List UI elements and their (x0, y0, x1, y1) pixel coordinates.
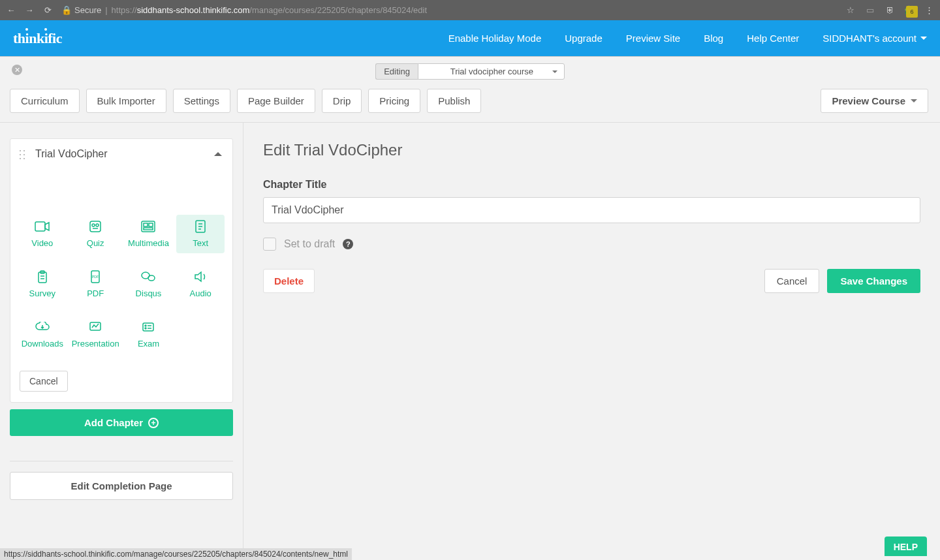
cancel-button[interactable]: Cancel (764, 269, 820, 293)
editing-label: Editing (375, 63, 418, 80)
svg-point-17 (145, 325, 146, 326)
chevron-down-icon (920, 37, 927, 40)
menu-icon[interactable]: ⋮ (923, 5, 935, 16)
url-scheme: https:// (112, 5, 137, 15)
info-icon[interactable]: ? (343, 239, 353, 249)
chevron-down-icon (911, 99, 917, 102)
forward-icon[interactable]: → (24, 5, 35, 16)
chapter-title: Trial VdoCipher (35, 148, 214, 160)
draft-label: Set to draft (284, 238, 335, 250)
quiz-icon (87, 220, 103, 233)
tab-settings[interactable]: Settings (173, 89, 230, 113)
presentation-icon (87, 320, 103, 334)
survey-icon (35, 270, 50, 283)
svg-point-14 (148, 275, 155, 281)
svg-rect-0 (35, 222, 45, 231)
page-body: ✕ Editing Trial vdocipher course Curricu… (0, 56, 940, 560)
lesson-type-grid: Video Quiz Multimedia Text (10, 169, 232, 360)
close-icon[interactable]: ✕ (12, 65, 22, 75)
type-pdf[interactable]: PDF PDF (70, 265, 121, 303)
nav-upgrade[interactable]: Upgrade (565, 33, 603, 44)
audio-icon (193, 270, 208, 283)
tab-curriculum[interactable]: Curriculum (10, 89, 80, 113)
url-path: /manage/courses/225205/chapters/845024/e… (249, 5, 427, 15)
top-navbar: thinkific Enable Holiday Mode Upgrade Pr… (0, 20, 940, 56)
svg-point-18 (145, 328, 146, 329)
type-exam[interactable]: Exam (125, 315, 173, 354)
star-icon[interactable]: ☆ (845, 5, 856, 16)
nav-holiday-mode[interactable]: Enable Holiday Mode (448, 33, 542, 44)
multimedia-icon (140, 220, 156, 233)
chapter-panel: Trial VdoCipher Video Quiz Multimedia (10, 138, 233, 403)
edit-completion-page-button[interactable]: Edit Completion Page (10, 472, 233, 500)
status-bar: https://siddhants-school.thinkific.com/m… (0, 548, 352, 560)
type-multimedia[interactable]: Multimedia (125, 215, 173, 253)
back-icon[interactable]: ← (5, 5, 17, 16)
url-bar[interactable]: 🔒 Secure | https://siddhants-school.thin… (59, 5, 839, 15)
type-video[interactable]: Video (18, 215, 67, 253)
svg-rect-1 (90, 221, 101, 232)
video-icon (35, 220, 50, 233)
course-select[interactable]: Trial vdocipher course (418, 63, 565, 80)
delete-button[interactable]: Delete (263, 269, 315, 293)
lock-icon: 🔒 (61, 5, 72, 15)
type-downloads[interactable]: Downloads (18, 315, 67, 354)
save-changes-button[interactable]: Save Changes (827, 269, 920, 293)
chapter-title-input[interactable] (263, 197, 920, 223)
url-host: siddhants-school.thinkific.com (137, 5, 250, 15)
secure-label: Secure (74, 5, 101, 15)
svg-point-3 (96, 224, 99, 226)
add-chapter-button[interactable]: Add Chapter + (10, 409, 233, 436)
draft-checkbox[interactable] (263, 238, 276, 251)
course-tabs: Curriculum Bulk Importer Settings Page B… (0, 80, 940, 113)
browser-chrome: ← → ⟳ 🔒 Secure | https://siddhants-schoo… (0, 0, 940, 20)
main-content: Edit Trial VdoCipher Chapter Title Set t… (243, 123, 940, 560)
cast-icon[interactable]: ▭ (864, 5, 876, 16)
svg-rect-16 (143, 323, 153, 331)
sidebar: Trial VdoCipher Video Quiz Multimedia (0, 123, 243, 560)
tab-pricing[interactable]: Pricing (368, 89, 420, 113)
chapter-title-label: Chapter Title (263, 179, 920, 191)
sidebar-cancel-button[interactable]: Cancel (20, 371, 68, 392)
text-icon (193, 220, 208, 233)
help-button[interactable]: HELP (885, 537, 927, 556)
nav-account[interactable]: SIDDHANT's account (822, 33, 927, 44)
downloads-icon (35, 320, 50, 334)
tab-publish[interactable]: Publish (427, 89, 481, 113)
shield-icon[interactable]: ⛨ (884, 5, 896, 16)
tab-drip[interactable]: Drip (322, 89, 362, 113)
drag-handle-icon[interactable] (18, 149, 26, 159)
svg-point-2 (92, 224, 95, 226)
svg-rect-6 (149, 223, 153, 226)
type-disqus[interactable]: Disqus (125, 265, 173, 303)
type-presentation[interactable]: Presentation (70, 315, 121, 354)
chapter-header[interactable]: Trial VdoCipher (10, 139, 232, 169)
page-title: Edit Trial VdoCipher (263, 141, 920, 159)
brand-logo[interactable]: thinkific (13, 30, 62, 47)
type-quiz[interactable]: Quiz (70, 215, 121, 253)
svg-text:PDF: PDF (92, 275, 99, 279)
reload-icon[interactable]: ⟳ (42, 5, 54, 16)
type-text[interactable]: Text (176, 215, 225, 253)
plus-icon: + (148, 418, 159, 428)
nav-blog[interactable]: Blog (704, 33, 723, 44)
svg-rect-7 (144, 228, 153, 230)
type-audio[interactable]: Audio (176, 265, 225, 303)
tab-page-builder[interactable]: Page Builder (237, 89, 315, 113)
nav-help-center[interactable]: Help Center (747, 33, 799, 44)
tab-bulk-importer[interactable]: Bulk Importer (86, 89, 166, 113)
pdf-icon: PDF (87, 270, 103, 283)
type-survey[interactable]: Survey (18, 265, 67, 303)
disqus-icon (140, 270, 156, 283)
preview-course-button[interactable]: Preview Course (821, 89, 928, 113)
chevron-up-icon[interactable] (214, 152, 222, 156)
ext-badge[interactable]: 🧩6 (903, 5, 915, 16)
svg-rect-5 (144, 223, 148, 226)
nav-preview-site[interactable]: Preview Site (626, 33, 680, 44)
exam-icon (140, 320, 156, 334)
